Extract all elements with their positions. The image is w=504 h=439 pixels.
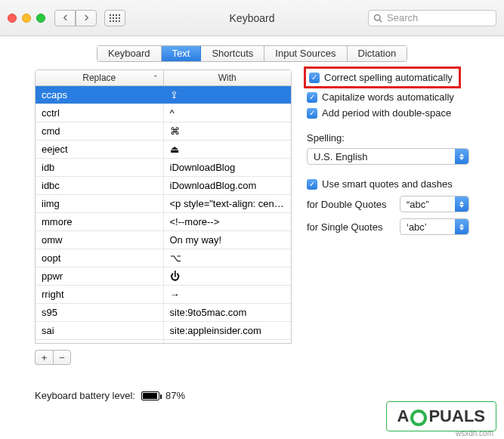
table-row[interactable]: ccaps⇪ bbox=[36, 86, 291, 104]
tab-text[interactable]: Text bbox=[162, 46, 202, 61]
cell-replace: idb bbox=[36, 159, 164, 176]
close-button[interactable] bbox=[8, 14, 17, 23]
cell-with: ⏏ bbox=[164, 141, 292, 158]
table-row[interactable]: oopt⌥ bbox=[36, 249, 291, 267]
cell-with: ⌥ bbox=[164, 249, 292, 267]
table-row[interactable]: iimg<p style="text-align: cente... bbox=[36, 195, 291, 213]
spelling-select[interactable]: U.S. English bbox=[307, 148, 469, 165]
window-title: Keyboard bbox=[230, 12, 275, 24]
battery-label: Keyboard battery level: bbox=[35, 390, 135, 401]
remove-button[interactable]: − bbox=[53, 350, 71, 365]
table-row[interactable]: mmore<!--more--> bbox=[36, 213, 291, 231]
table-row[interactable]: scomsite:cultofmac.com bbox=[36, 340, 291, 343]
tab-shortcuts[interactable]: Shortcuts bbox=[201, 46, 264, 61]
tab-dictation[interactable]: Dictation bbox=[348, 46, 407, 61]
dropdown-arrows-icon bbox=[455, 149, 468, 164]
double-quotes-select[interactable]: “abc” bbox=[400, 196, 469, 212]
single-quotes-label: for Single Quotes bbox=[307, 221, 394, 233]
cell-replace: s95 bbox=[36, 304, 164, 321]
table-row[interactable]: idbciDownloadBlog.com bbox=[36, 177, 291, 195]
battery-icon bbox=[141, 391, 159, 400]
sort-indicator-icon: ⌃ bbox=[153, 74, 159, 82]
smart-quotes-label: Use smart quotes and dashes bbox=[322, 178, 453, 190]
table-header: Replace ⌃ With bbox=[36, 70, 291, 86]
cell-replace: ppwr bbox=[36, 267, 164, 285]
ring-icon bbox=[410, 410, 427, 426]
chevron-right-icon bbox=[83, 14, 90, 21]
table-row[interactable]: saisite:appleinsider.com bbox=[36, 322, 291, 340]
cell-replace: iimg bbox=[36, 195, 164, 212]
tab-keyboard[interactable]: Keyboard bbox=[97, 46, 162, 61]
cell-with: ⇪ bbox=[164, 86, 292, 104]
table-row[interactable]: idbiDownloadBlog bbox=[36, 159, 291, 177]
column-with[interactable]: With bbox=[164, 70, 292, 85]
titlebar: Keyboard Search bbox=[0, 0, 504, 36]
add-button[interactable]: + bbox=[35, 350, 53, 365]
battery-status: Keyboard battery level: 87% bbox=[35, 390, 185, 401]
cell-replace: omw bbox=[36, 231, 164, 249]
table-row[interactable]: omwOn my way! bbox=[36, 231, 291, 249]
watermark: APUALS bbox=[386, 401, 496, 431]
add-period-label: Add period with double-space bbox=[322, 107, 451, 119]
smart-quotes-checkbox[interactable]: ✓ bbox=[307, 179, 317, 190]
cell-replace: rright bbox=[36, 286, 164, 303]
search-input[interactable]: Search bbox=[368, 10, 496, 26]
cell-with: iDownloadBlog bbox=[164, 159, 292, 176]
show-all-button[interactable] bbox=[104, 10, 125, 26]
cell-with: site:cultofmac.com bbox=[164, 340, 292, 343]
cell-replace: idbc bbox=[36, 177, 164, 194]
back-button[interactable] bbox=[54, 10, 76, 26]
chevron-left-icon bbox=[62, 14, 69, 21]
highlight-annotation: ✓ Correct spelling automatically bbox=[304, 66, 461, 88]
cell-with: ^ bbox=[164, 104, 292, 122]
tab-input-sources[interactable]: Input Sources bbox=[264, 46, 347, 61]
cell-with: ⌘ bbox=[164, 122, 292, 140]
correct-spelling-checkbox[interactable]: ✓ bbox=[309, 73, 320, 83]
watermark-url: wsxdn.com bbox=[456, 429, 493, 437]
table-row[interactable]: cmd⌘ bbox=[36, 122, 291, 141]
dropdown-arrows-icon bbox=[455, 196, 468, 212]
zoom-button[interactable] bbox=[36, 14, 45, 23]
tabs-row: Keyboard Text Shortcuts Input Sources Di… bbox=[0, 36, 504, 70]
window-controls bbox=[8, 14, 45, 23]
table-row[interactable]: rright→ bbox=[36, 286, 291, 304]
table-row[interactable]: cctrl^ bbox=[36, 104, 291, 122]
cell-replace: oopt bbox=[36, 249, 164, 267]
table-row[interactable]: ppwr⏻ bbox=[36, 267, 291, 286]
cell-with: On my way! bbox=[164, 231, 292, 249]
search-placeholder: Search bbox=[387, 12, 418, 23]
table-body[interactable]: ccaps⇪cctrl^cmd⌘eeject⏏idbiDownloadBlogi… bbox=[36, 86, 291, 343]
cell-replace: ccaps bbox=[36, 86, 164, 104]
cell-replace: sai bbox=[36, 322, 164, 339]
table-row[interactable]: eeject⏏ bbox=[36, 141, 291, 159]
single-quotes-select[interactable]: ‘abc’ bbox=[400, 218, 469, 235]
forward-button[interactable] bbox=[76, 10, 97, 26]
spelling-label: Spelling: bbox=[307, 132, 493, 144]
correct-spelling-label: Correct spelling automatically bbox=[324, 72, 453, 83]
cell-with: site:appleinsider.com bbox=[164, 322, 292, 339]
cell-replace: scom bbox=[36, 340, 164, 343]
capitalize-label: Capitalize words automatically bbox=[322, 91, 454, 103]
column-replace[interactable]: Replace ⌃ bbox=[36, 70, 164, 85]
capitalize-checkbox[interactable]: ✓ bbox=[307, 92, 317, 103]
add-remove-buttons: + − bbox=[35, 350, 292, 365]
cell-replace: cmd bbox=[36, 122, 164, 140]
search-icon bbox=[373, 14, 382, 23]
cell-with: → bbox=[164, 286, 292, 303]
cell-replace: cctrl bbox=[36, 104, 164, 122]
add-period-checkbox[interactable]: ✓ bbox=[307, 108, 317, 119]
replacements-table: Replace ⌃ With ccaps⇪cctrl^cmd⌘eeject⏏id… bbox=[35, 70, 292, 344]
svg-line-1 bbox=[379, 20, 382, 22]
cell-replace: eeject bbox=[36, 141, 164, 158]
battery-percent: 87% bbox=[165, 390, 185, 401]
cell-with: <p style="text-align: cente... bbox=[164, 195, 292, 212]
cell-replace: mmore bbox=[36, 213, 164, 230]
table-row[interactable]: s95site:9to5mac.com bbox=[36, 304, 291, 322]
double-quotes-label: for Double Quotes bbox=[307, 199, 394, 210]
minimize-button[interactable] bbox=[22, 14, 31, 23]
cell-with: <!--more--> bbox=[164, 213, 292, 230]
cell-with: site:9to5mac.com bbox=[164, 304, 292, 321]
cell-with: iDownloadBlog.com bbox=[164, 177, 292, 194]
svg-point-0 bbox=[375, 14, 381, 20]
nav-buttons bbox=[54, 10, 97, 26]
